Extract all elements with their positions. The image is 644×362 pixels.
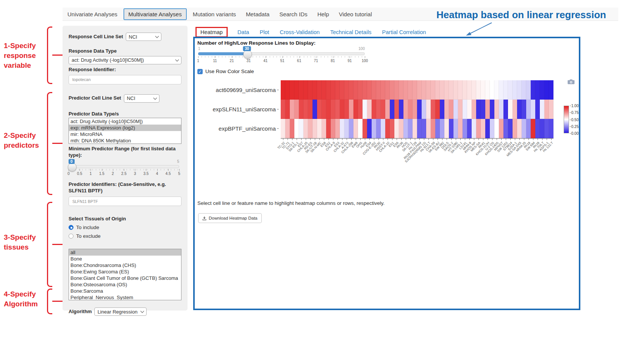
nav-item-search-ids[interactable]: Search IDs — [274, 11, 312, 17]
heatmap-cell[interactable] — [481, 80, 485, 100]
heatmap-cell[interactable] — [531, 119, 535, 138]
heatmap-cell[interactable] — [453, 119, 458, 138]
tissue-option-bone-ewing-sarcoma-es[interactable]: Bone:Ewing Sarcoma (ES) — [69, 268, 181, 275]
heatmap-cell[interactable] — [417, 80, 422, 100]
heatmap-cell[interactable] — [344, 100, 349, 119]
nav-item-multivariate-analyses[interactable]: Multivariate Analyses — [123, 8, 187, 20]
heatmap-cell[interactable] — [426, 119, 431, 138]
heatmap-cell[interactable] — [503, 119, 508, 138]
heatmap-cell[interactable] — [481, 119, 485, 138]
heatmap-cell[interactable] — [544, 100, 549, 119]
heatmap-cell[interactable] — [408, 80, 413, 100]
heatmap-cell[interactable] — [381, 80, 385, 100]
heatmap-cell[interactable] — [344, 80, 349, 100]
heatmap-cell[interactable] — [522, 100, 526, 119]
tissue-exclude-radio[interactable] — [69, 234, 73, 239]
heatmap-cell[interactable] — [299, 100, 303, 119]
heatmap-cell[interactable] — [531, 100, 535, 119]
heatmap-cell[interactable] — [503, 100, 508, 119]
heatmap-cell[interactable] — [426, 100, 431, 119]
download-heatmap-button[interactable]: Download Heatmap Data — [198, 213, 262, 223]
heatmap-cell[interactable] — [535, 119, 540, 138]
heatmap-cell[interactable] — [494, 100, 499, 119]
heatmap-cell[interactable] — [294, 119, 299, 138]
heatmap-cell[interactable] — [517, 100, 522, 119]
heatmap-cell[interactable] — [358, 100, 363, 119]
heatmap-cell[interactable] — [431, 119, 435, 138]
heatmap-cell[interactable] — [340, 100, 344, 119]
heatmap-cell[interactable] — [444, 80, 449, 100]
heatmap-cell[interactable] — [544, 119, 549, 138]
heatmap-cell[interactable] — [399, 119, 403, 138]
heatmap-cell[interactable] — [390, 80, 394, 100]
heatmap-cell[interactable] — [372, 100, 376, 119]
heatmap-cell[interactable] — [494, 80, 499, 100]
heatmap-cell[interactable] — [349, 100, 353, 119]
heatmap-cell[interactable] — [508, 80, 513, 100]
tab-partial-correlation[interactable]: Partial Correlation — [382, 29, 426, 35]
heatmap-cell[interactable] — [281, 119, 285, 138]
heatmap-cell[interactable] — [463, 80, 467, 100]
heatmap-cell[interactable] — [463, 100, 467, 119]
heatmap-cell[interactable] — [358, 80, 363, 100]
heatmap-cell[interactable] — [444, 100, 449, 119]
heatmap-cell[interactable] — [549, 100, 553, 119]
heatmap-cell[interactable] — [476, 100, 481, 119]
tissue-option-bone-sarcoma[interactable]: Bone:Sarcoma — [69, 288, 181, 294]
heatmap-cell[interactable] — [463, 119, 467, 138]
heatmap-cell[interactable] — [476, 80, 481, 100]
heatmap-cell[interactable] — [290, 100, 294, 119]
heatmap-cell[interactable] — [390, 100, 394, 119]
heatmap-cell[interactable] — [413, 119, 417, 138]
heatmap-cell[interactable] — [540, 80, 544, 100]
heatmap-cell[interactable] — [399, 80, 403, 100]
heatmap-cell[interactable] — [422, 119, 426, 138]
heatmap-cell[interactable] — [367, 100, 372, 119]
heatmap-cell[interactable] — [322, 100, 326, 119]
heatmap-cell[interactable] — [394, 119, 399, 138]
heatmap-cell[interactable] — [353, 80, 358, 100]
heatmap-cell[interactable] — [335, 100, 340, 119]
heatmap-cell[interactable] — [422, 100, 426, 119]
heatmap-cell[interactable] — [326, 80, 331, 100]
heatmap-cell[interactable] — [308, 119, 313, 138]
nav-item-video-tutorial[interactable]: Video tutorial — [334, 11, 377, 17]
heatmap-cell[interactable] — [353, 100, 358, 119]
heatmap-cell[interactable] — [481, 100, 485, 119]
heatmap-cell[interactable] — [381, 119, 385, 138]
predictor-type-option-mth-dna-850k-methylation[interactable]: mth: DNA 850K Methylation — [69, 137, 181, 144]
heatmap-cell[interactable] — [285, 119, 290, 138]
heatmap-cell[interactable] — [453, 80, 458, 100]
heatmap-cell[interactable] — [394, 100, 399, 119]
nav-item-metadata[interactable]: Metadata — [241, 11, 275, 17]
tissue-option-bone-chondrosarcoma-chs[interactable]: Bone:Chondrosarcoma (CHS) — [69, 262, 181, 268]
heatmap-cell[interactable] — [308, 100, 313, 119]
heatmap-cell[interactable] — [540, 119, 544, 138]
tissue-option-peripheral-nervous-system[interactable]: Peripheral_Nervous_System — [69, 294, 181, 300]
heatmap-cell[interactable] — [313, 119, 317, 138]
heatmap-cell[interactable] — [285, 100, 290, 119]
heatmap-cell[interactable] — [326, 100, 331, 119]
heatmap-cell[interactable] — [422, 80, 426, 100]
heatmap-cell[interactable] — [490, 100, 494, 119]
heatmap-cell[interactable] — [472, 119, 476, 138]
heatmap-row-label-expslfn11-unisarcoma[interactable]: expSLFN11_uniSarcoma — [206, 100, 279, 119]
tissue-option-bone[interactable]: Bone — [69, 256, 181, 262]
predictor-type-option-mir-microrna[interactable]: mir: MicroRNA — [69, 131, 181, 137]
heatmap-cell[interactable] — [508, 119, 513, 138]
heatmap-cell[interactable] — [531, 80, 535, 100]
heatmap-cell[interactable] — [408, 100, 413, 119]
heatmap-cell[interactable] — [349, 119, 353, 138]
heatmap-cell[interactable] — [322, 119, 326, 138]
heatmap-cell[interactable] — [517, 119, 522, 138]
heatmap-cell[interactable] — [367, 80, 372, 100]
heatmap-cell[interactable] — [299, 80, 303, 100]
heatmap-cell[interactable] — [517, 80, 522, 100]
camera-icon[interactable] — [567, 79, 575, 84]
heatmap-cell[interactable] — [308, 80, 313, 100]
heatmap-cell[interactable] — [385, 119, 390, 138]
tab-plot[interactable]: Plot — [259, 29, 269, 35]
heatmap-cell[interactable] — [303, 100, 308, 119]
heatmap-cell[interactable] — [472, 100, 476, 119]
heatmap-cell[interactable] — [281, 100, 285, 119]
